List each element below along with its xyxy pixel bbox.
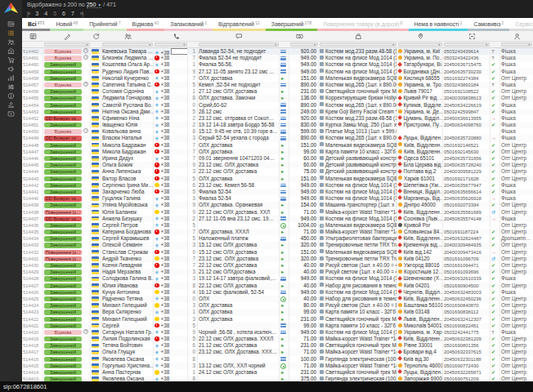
page-number-5[interactable]: 5: [53, 11, 56, 16]
table-row[interactable]: 514461ВідмоваБлизнюк Людмила …+387Фиалка…: [22, 55, 533, 61]
table-row[interactable]: 514449DD Возврат ок…Власюк Наталья✳+383С…: [22, 135, 533, 141]
table-row[interactable]: 514430ЗавершенийКсенія Левадняя+38722.12…: [22, 262, 533, 269]
column-header-refresh-icon[interactable]: [91, 31, 101, 41]
column-header-form-icon[interactable]: [22, 31, 43, 41]
page-number-4[interactable]: 4: [44, 11, 47, 16]
table-row[interactable]: 514429ЗавершенийНадія Мерзаєва✳+38321.12…: [22, 269, 533, 275]
table-row[interactable]: 514442ЗавершенийСергієнко Ірина Ми…+3862…: [22, 182, 533, 189]
table-row[interactable]: 514447ЗавершенийМикола Бадражан+387ОЛХ д…: [22, 149, 533, 155]
table-row[interactable]: 514433ЗавершенийОлексій Семанін✳+38315.1…: [22, 242, 533, 248]
page-number-3[interactable]: 3: [35, 11, 38, 16]
tab-відмова[interactable]: Відмова42: [127, 18, 165, 31]
table-row[interactable]: 514420ВідмоваСитарчук Наталія Гр…✳+389Чо…: [22, 329, 533, 336]
support-icon[interactable]: [4, 100, 18, 109]
tab-новий[interactable]: Новий48: [50, 18, 83, 31]
table-row[interactable]: 514432Повернення (з…Станіслав Стрижак+38…: [22, 249, 533, 256]
page-number-6[interactable]: 6: [62, 11, 65, 16]
page-number-7[interactable]: 7: [71, 11, 74, 16]
table-row[interactable]: 514443ЗавершенийВіктор Власов+385ОЛХ дос…: [22, 176, 533, 182]
table-row[interactable]: 514462ВідмоваКаневська Тамара …✳+381Лава…: [22, 48, 533, 55]
table-row[interactable]: 514458ЗавершенийНиколай Кучеренко✳+387ОЛ…: [22, 75, 533, 82]
table-row[interactable]: 514417ЗавершенийОльга Глущук✳+38023.12 с…: [22, 349, 533, 355]
table-row[interactable]: 514446ЗавершенийИрина Дидух✳+38709.01 зв…: [22, 155, 533, 162]
column-header-person-icon[interactable]: [500, 31, 533, 41]
tab-самовивіз[interactable]: Самовивіз2: [468, 18, 509, 31]
first-page-button[interactable]: |«: [27, 11, 29, 16]
orders-icon[interactable]: [4, 29, 18, 37]
table-row[interactable]: 514431Повернення (з…Андрій Ткаченко+3872…: [22, 256, 533, 262]
tab-завершений[interactable]: Завершений278: [266, 18, 317, 31]
table-row[interactable]: 514427ЗавершенийЮлия Иванова+38822.12 см…: [22, 283, 533, 289]
tab-запакований[interactable]: Запакований1: [164, 18, 213, 31]
video-icon[interactable]: [4, 109, 18, 118]
table-row[interactable]: 514451ЗавершенийІващенко Юлія✳+38219.12 …: [22, 122, 533, 128]
sliders-icon[interactable]: [4, 82, 18, 91]
column-filter-dropdown[interactable]: ▼: [44, 42, 90, 47]
tab-повернення-товару-в-дорозі-[interactable]: Повернення товару (в дорозі)0: [317, 18, 408, 31]
column-filter-dropdown[interactable]: ▼: [444, 42, 490, 47]
table-row[interactable]: 514428ЗавершенийСолодкова Галина В…✳+383…: [22, 275, 533, 282]
table-row[interactable]: 514454ЗавершенийСамотій Руслана Во…✳+380…: [22, 102, 533, 109]
table-row[interactable]: 514423ЗавершенийВера Скляренко✳+381ОЛХ д…: [22, 309, 533, 315]
table-row[interactable]: 514415ЗавершенийГоргулько Христина…✳+383…: [22, 363, 533, 369]
column-filter-dropdown[interactable]: ▼: [501, 42, 532, 47]
last-page-button[interactable]: »|: [80, 11, 83, 16]
column-filter-dropdown[interactable]: ▼: [320, 42, 396, 47]
table-row[interactable]: 514416ЗавершенийЯковлева Оксана✳+388100.…: [22, 356, 533, 363]
table-row[interactable]: 514414ЗавершенийАнна Пастернак+38124.12 …: [22, 369, 533, 376]
column-header-phone-icon[interactable]: [154, 31, 198, 41]
table-row[interactable]: 514441ЗавершенийЗахарченко Люба+385Фиалк…: [22, 189, 533, 195]
table-row[interactable]: 514425ЗавершенийРадченко Тетяна✳+380ОЛХ4…: [22, 296, 533, 302]
table-row[interactable]: 514457ВідмоваСапегина Татьяна С…+385Кеме…: [22, 82, 533, 88]
column-filter-dropdown[interactable]: ▼: [102, 42, 153, 47]
page-size-dropdown[interactable]: 250 ▼: [87, 2, 102, 8]
tab-відправлений[interactable]: Відправлений12: [213, 18, 266, 31]
table-row[interactable]: 514422ЗавершенийМихаил Гилецький+383ОЛХ …: [22, 316, 533, 323]
stats-icon[interactable]: [4, 74, 18, 82]
table-row[interactable]: 514437DD Возврат ок…Анжела Безушку✳+3822…: [22, 216, 533, 222]
table-row[interactable]: 514450ВідмоваКовальова анна✳+38815.12. 9…: [22, 128, 533, 135]
table-row[interactable]: 514413ЗавершенийЯковлева Оксана✳+388►375…: [22, 376, 533, 381]
table-row[interactable]: 514424ЗавершенийМихаил Гилецький+383ОЛХ …: [22, 302, 533, 309]
table-row[interactable]: 514434ЗавершенийСергей Карамышев✳+385Нал…: [22, 235, 533, 242]
table-row[interactable]: 514455ЗавершенийЛюдмила Гончарова✳+388ОЛ…: [22, 95, 533, 101]
table-row[interactable]: 514460ЗавершенийКошелева Ольга Ар…✳+381Ф…: [22, 61, 533, 68]
cart-icon[interactable]: [4, 56, 18, 64]
column-filter-dropdown[interactable]: ▼: [290, 42, 318, 47]
tab-сервіси[interactable]: Сервіси0: [509, 18, 533, 31]
table-row[interactable]: 514435ЗавершенийКатерина Богданова+387ОЛ…: [22, 229, 533, 235]
table-row[interactable]: 514453ЗавершенийНікітіна Оксана Дми…✳+38…: [22, 109, 533, 115]
column-header-pin-icon[interactable]: [397, 31, 443, 41]
tab-всі[interactable]: Всі471: [22, 18, 50, 31]
tab-нема-в-наявності[interactable]: Нема в наявності1: [409, 18, 468, 31]
table-row[interactable]: 514439ЗавершенийУляна Мусійовська✳+389ОЛ…: [22, 202, 533, 208]
clients-icon[interactable]: [4, 38, 18, 46]
column-header-bag-icon[interactable]: [319, 31, 397, 41]
column-filter-dropdown[interactable]: ▼: [398, 42, 442, 47]
table-row[interactable]: 514418ЗавершенийТетяна Войтович✳+38621.1…: [22, 342, 533, 349]
table-row[interactable]: 514421ЗавершенийСергей+38599.00Карта пам…: [22, 323, 533, 329]
column-filter-dropdown[interactable]: ▼: [155, 42, 187, 47]
column-header-comment-icon[interactable]: [198, 31, 280, 41]
table-row[interactable]: 514459ЗавершенийРуденко Лидия Пав…+38927…: [22, 69, 533, 75]
table-row[interactable]: 514452DD Возврат ок…Єфименко Ніна✳+38223…: [22, 115, 533, 122]
table-row[interactable]: 514444ЗавершенийАнна Липенська+38322.12 …: [22, 168, 533, 175]
megaphone-icon[interactable]: [4, 65, 18, 73]
table-row[interactable]: 514456ЗавершенийСоломія Сідоніна✳+38127.…: [22, 88, 533, 95]
dashboard-icon[interactable]: [4, 20, 18, 28]
table-row[interactable]: 514436ЗавершенийСергей Петров✳+3851004.0…: [22, 222, 533, 229]
table-row[interactable]: 514440DD Возврат ок…Гуцалюк Галина✳+383Ф…: [22, 195, 533, 202]
column-header-pencil-icon[interactable]: [43, 31, 91, 41]
tab-прийнятий[interactable]: Прийнятий7: [83, 18, 126, 31]
table-row[interactable]: 514419ЗавершенийЛилия Подолинская+38522.…: [22, 336, 533, 342]
column-header-people-icon[interactable]: [101, 31, 154, 41]
table-row[interactable]: 514448ЗавершенийМикола Бадражан+387ОЛХ д…: [22, 142, 533, 149]
inline-edit-input[interactable]: [171, 48, 188, 55]
column-header-scan-icon[interactable]: [443, 31, 500, 41]
warehouse-icon[interactable]: [4, 47, 18, 55]
column-filter-dropdown[interactable]: ▼: [199, 42, 279, 47]
table-row[interactable]: 514438Повернення (з…Юлія Баланюк+38922.1…: [22, 209, 533, 216]
column-header-money-icon[interactable]: [280, 31, 319, 41]
table-row[interactable]: 514426ЗавершенийКучук Антонина+38416.12 …: [22, 289, 533, 296]
table-row[interactable]: 514445ЗавершенийОльга Божик+38923.12 смс…: [22, 162, 533, 168]
